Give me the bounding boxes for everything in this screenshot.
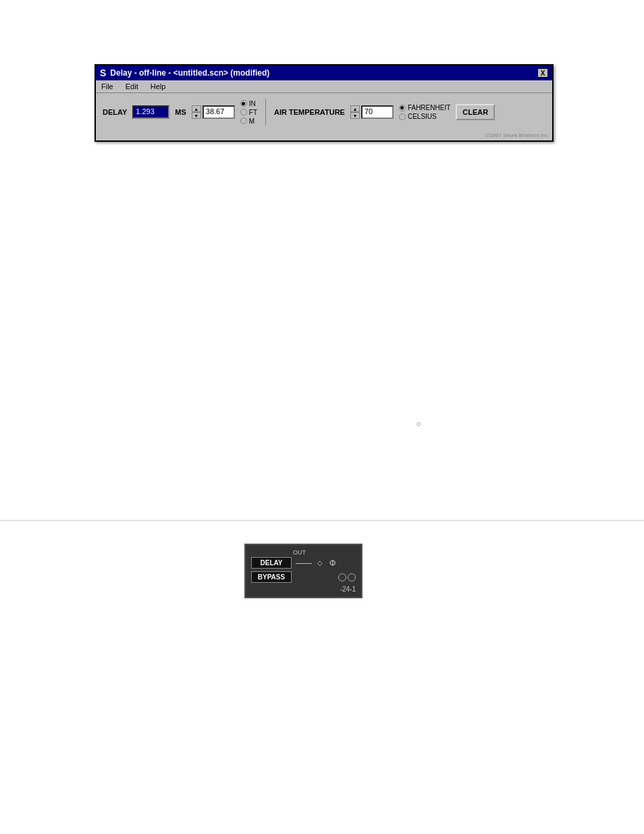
air-temp-spinner-group: ▲ ▼ 70: [350, 105, 394, 119]
page-background: S Delay - off-line - <untitled.scn> (mod…: [0, 0, 644, 834]
radio-in-label: IN: [249, 100, 256, 107]
radio-fahrenheit-label: FAHRENHEIT: [408, 104, 450, 111]
spinner-down-button[interactable]: ▼: [192, 112, 201, 119]
air-temp-label: AIR TEMPERATURE: [274, 108, 345, 116]
divider-vertical: [265, 99, 266, 126]
menu-file[interactable]: File: [99, 82, 116, 91]
unit-radio-group: IN FT M: [240, 100, 257, 125]
air-temp-input[interactable]: 70: [361, 105, 394, 119]
menu-edit[interactable]: Edit: [123, 82, 141, 91]
phase-icon: Φ: [329, 558, 336, 568]
radio-celsius-label: CELSIUS: [408, 113, 437, 120]
radio-ft-dot[interactable]: [240, 109, 247, 115]
radio-fahrenheit-row[interactable]: FAHRENHEIT: [399, 104, 450, 111]
spinner-up-button[interactable]: ▲: [192, 105, 201, 112]
radio-celsius-row[interactable]: CELSIUS: [399, 113, 450, 120]
air-temp-spinner-up[interactable]: ▲: [350, 105, 360, 112]
radio-m-label: M: [249, 118, 254, 125]
menu-bar: File Edit Help: [96, 80, 552, 93]
delay-widget-button[interactable]: DELAY: [251, 557, 292, 569]
out-label: OUT: [293, 549, 356, 556]
radio-ft-row[interactable]: FT: [240, 109, 257, 116]
air-temp-spinner-down[interactable]: ▼: [350, 112, 360, 119]
bypass-widget-row: BYPASS: [251, 571, 356, 583]
delay-label: DELAY: [103, 108, 127, 116]
spinner-buttons: ▲ ▼: [192, 105, 201, 119]
spinner-group: ▲ ▼ 38.67: [192, 105, 235, 119]
radio-m-dot[interactable]: [240, 118, 247, 124]
bottom-widget: OUT DELAY —— ◇ Φ BYPASS -24-1: [244, 544, 363, 598]
level-label: -24-1: [340, 585, 356, 593]
bypass-circles: [338, 573, 356, 581]
circle-1: [338, 573, 346, 581]
radio-fahrenheit-dot[interactable]: [399, 105, 406, 111]
small-circle-indicator: [417, 422, 421, 426]
app-icon: S: [100, 68, 106, 78]
diamond-icon: ◇: [317, 559, 323, 567]
title-bar-left: S Delay - off-line - <untitled.scn> (mod…: [100, 68, 269, 78]
radio-in-row[interactable]: IN: [240, 100, 257, 107]
separator-line: [0, 520, 644, 521]
ms-label: MS: [175, 108, 186, 116]
copyright-text: ©1997 Shure Brothers Inc.: [96, 131, 552, 140]
radio-m-row[interactable]: M: [240, 118, 257, 125]
arrow-right-icon: ——: [296, 558, 312, 568]
clear-button[interactable]: CLEAR: [456, 104, 495, 120]
level-row: -24-1: [251, 585, 356, 593]
title-bar: S Delay - off-line - <untitled.scn> (mod…: [96, 66, 552, 80]
spinner-input[interactable]: 38.67: [203, 105, 235, 119]
delay-input[interactable]: 1.293: [132, 105, 169, 119]
radio-in-dot[interactable]: [240, 100, 247, 107]
bypass-widget-button[interactable]: BYPASS: [251, 571, 292, 583]
window-content: DELAY 1.293 MS ▲ ▼ 38.67 IN FT: [96, 93, 552, 131]
close-button[interactable]: X: [537, 68, 548, 78]
delay-window: S Delay - off-line - <untitled.scn> (mod…: [95, 64, 554, 142]
window-title: Delay - off-line - <untitled.scn> (modif…: [110, 68, 269, 78]
radio-ft-label: FT: [249, 109, 257, 116]
circle-2: [348, 573, 356, 581]
air-temp-spinner-buttons: ▲ ▼: [350, 105, 360, 119]
delay-widget-row: DELAY —— ◇ Φ: [251, 557, 356, 569]
menu-help[interactable]: Help: [148, 82, 169, 91]
temp-radio-group: FAHRENHEIT CELSIUS: [399, 104, 450, 120]
radio-celsius-dot[interactable]: [399, 113, 406, 120]
